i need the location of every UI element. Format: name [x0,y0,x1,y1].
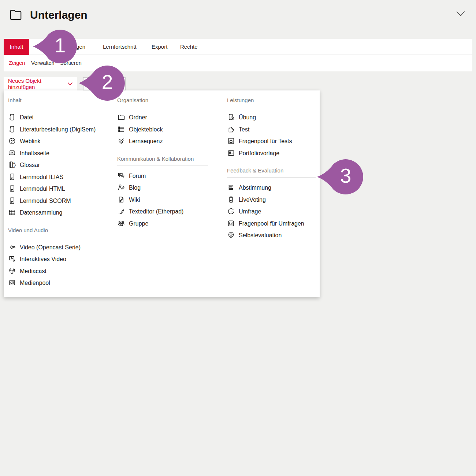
tab-bar: Inhalt Einstellungen Lernfortschritt Exp… [4,39,472,55]
globe-icon [8,137,16,145]
menu-item-label: Portfoliovorlage [239,150,279,156]
menu-item-glossar[interactable]: Glossar [8,159,98,171]
menu-item-wiki[interactable]: Wiki [117,194,208,206]
menu-item-datei[interactable]: Datei [8,112,98,124]
add-new-object-button[interactable]: Neues Objekt hinzufügen [4,77,77,90]
toolbar-hidden-button[interactable] [83,77,126,90]
question-pool-test-icon [227,137,235,145]
menu-item-label: Abstimmung [239,185,271,191]
tab-export[interactable]: Export [152,39,167,55]
menu-item-forum[interactable]: Forum [117,170,208,182]
menu-section-title-video-und-audio: Video und Audio [8,220,98,237]
text-editor-icon [117,207,125,215]
menu-item-test[interactable]: Test [227,124,316,136]
menu-item-literaturbestellung-digisem[interactable]: Literaturbestellung (DigiSem) [8,124,98,136]
self-evaluation-icon [227,231,235,239]
menu-item-inhaltsseite[interactable]: Inhaltsseite [8,148,98,160]
menu-item-label: Test [239,126,249,133]
menu-item-fragenpool-f-r-umfragen[interactable]: Fragenpool für Umfragen [227,218,316,230]
file-download-icon [8,125,16,133]
menu-item-label: Ordner [129,114,147,120]
tab-inhalt[interactable]: Inhalt [4,39,29,55]
menu-section-items: Video (Opencast Serie)Interaktives Video… [8,237,98,291]
menu-item-selbstevaluation[interactable]: Selbstevaluation [227,230,316,242]
menu-item-label: Lernmodul ILIAS [20,174,63,180]
menu-item-label: Forum [129,173,146,179]
menu-item-interaktives-video[interactable]: Interaktives Video [8,253,98,265]
menu-item-label: Lernsequenz [129,138,163,144]
tab-rechte[interactable]: Rechte [180,39,198,55]
menu-item-label: Literaturbestellung (DigiSem) [20,126,96,133]
menu-item-bung[interactable]: Übung [227,112,316,124]
chevron-down-icon[interactable] [456,11,465,17]
menu-item-label: Texteditor (Etherpad) [129,208,183,215]
broadcast-icon [8,267,16,275]
poll-icon [227,183,235,191]
menu-item-medienpool[interactable]: Medienpool [8,277,98,289]
menu-item-gruppe[interactable]: Gruppe [117,218,208,230]
menu-item-label: Lernmodul SCORM [20,198,71,204]
portfolio-template-icon [227,149,235,157]
add-new-object-label: Neues Objekt hinzufügen [8,78,65,90]
page-title: Unterlagen [30,9,88,21]
menu-item-lernmodul-html[interactable]: Lernmodul HTML [8,183,98,195]
media-pool-icon [8,279,16,287]
menu-item-blog[interactable]: Blog [117,182,208,194]
menu-item-label: Mediacast [20,268,47,274]
menu-section-items: DateiLiteraturbestellung (DigiSem)Weblin… [8,107,98,220]
menu-item-label: Medienpool [20,280,50,286]
menu-item-label: Datensammlung [20,209,63,216]
menu-section-title-leistungen: Leistungen [227,90,316,107]
menu-item-abstimmung[interactable]: Abstimmung [227,182,316,194]
group-icon [117,219,125,227]
menu-item-datensammlung[interactable]: Datensammlung [8,207,98,219]
menu-item-lernmodul-ilias[interactable]: Lernmodul ILIAS [8,171,98,183]
menu-item-label: Inhaltsseite [20,150,49,156]
glossary-icon [8,161,16,169]
subtab-zeigen[interactable]: Zeigen [9,55,25,71]
menu-item-label: Übung [239,114,256,120]
menu-item-umfrage[interactable]: Umfrage [227,206,316,218]
menu-item-lernsequenz[interactable]: Lernsequenz [117,135,208,148]
subtab-sortieren[interactable]: Sortieren [60,55,82,71]
menu-item-weblink[interactable]: Weblink [8,135,98,148]
menu-column-leistungen: LeistungenÜbungTestFragenpool für TestsP… [227,90,316,297]
interactive-video-icon [8,255,16,263]
menu-section-items: ForumBlogWikiTexteditor (Etherpad)Gruppe [117,166,208,231]
menu-item-ordner[interactable]: Ordner [117,112,208,124]
menu-item-label: Lernmodul HTML [20,186,65,192]
file-download-icon [8,113,16,121]
menu-item-label: Blog [129,185,141,191]
live-voting-icon [227,196,235,204]
menu-item-portfoliovorlage[interactable]: Portfoliovorlage [227,148,316,160]
menu-section-title-organisation: Organisation [117,90,208,107]
blog-icon [117,183,125,191]
menu-section-title-feedback-evaluation: Feedback & Evaluation [227,161,316,177]
page: Unterlagen Inhalt Einstellungen Lernfort… [0,0,476,476]
menu-item-objekteblock[interactable]: Objekteblock [117,124,208,136]
item-block-icon [117,125,125,133]
menu-section-items: ÜbungTestFragenpool für TestsPortfoliovo… [227,107,316,161]
exercise-icon [227,113,235,121]
menu-item-livevoting[interactable]: LiveVoting [227,194,316,206]
menu-item-label: Objekteblock [129,126,163,133]
menu-item-label: Wiki [129,197,140,203]
menu-item-fragenpool-f-r-tests[interactable]: Fragenpool für Tests [227,135,316,148]
menu-item-texteditor-etherpad[interactable]: Texteditor (Etherpad) [117,206,208,218]
menu-section-title-kommunikation-kollaboration: Kommunikation & Kollaboration [117,149,208,166]
tab-lernfortschritt[interactable]: Lernfortschritt [103,39,137,55]
subtab-verwalten[interactable]: Verwalten [31,55,55,71]
menu-section-title-inhalt: Inhalt [8,90,98,107]
menu-item-video-opencast-serie[interactable]: Video (Opencast Serie) [8,242,98,254]
tab-einstellungen[interactable]: Einstellungen [52,39,85,55]
menu-item-label: Datei [20,114,33,120]
survey-icon [227,207,235,215]
opencast-video-icon [8,243,16,251]
menu-item-label: Interaktives Video [20,256,66,262]
menu-item-label: LiveVoting [239,197,266,203]
menu-item-mediacast[interactable]: Mediacast [8,265,98,278]
wiki-icon [117,196,125,204]
menu-item-lernmodul-scorm[interactable]: Lernmodul SCORM [8,195,98,207]
data-table-icon [8,208,16,216]
menu-item-label: Fragenpool für Tests [239,138,292,144]
